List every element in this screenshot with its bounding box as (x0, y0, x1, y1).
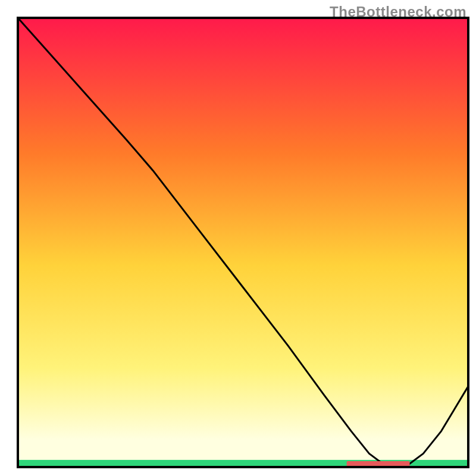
bottleneck-chart (0, 0, 476, 476)
chart-container: TheBottleneck.com (0, 0, 476, 476)
valley-marker (347, 461, 410, 466)
gradient-background (18, 18, 468, 467)
